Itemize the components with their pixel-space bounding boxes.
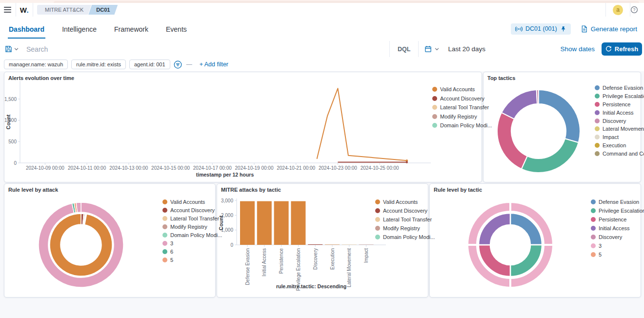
y-tick-label: 0 [230, 242, 233, 248]
panel-title: Rule level by tactic [434, 187, 482, 193]
legend-item-1[interactable]: Privilege Escalation [591, 206, 644, 215]
search-input[interactable]: Search [22, 45, 389, 53]
help-icon[interactable]: ? [630, 6, 638, 14]
donut-segment-discovery[interactable] [537, 90, 539, 104]
donut-segment-initial-access[interactable] [502, 90, 537, 119]
breadcrumb-dc01[interactable]: DC01 [88, 5, 118, 15]
legend-item-0[interactable]: Defense Evasion [595, 84, 644, 92]
x-tick-label: 2024-10-17 00:00 [193, 165, 232, 171]
legend-item-6[interactable]: Impact [595, 133, 644, 141]
legend-item-4[interactable]: Discovery [591, 233, 644, 241]
add-filter-link[interactable]: + Add filter [200, 61, 228, 68]
legend-item-0[interactable]: Valid Accounts [375, 198, 435, 206]
panel-title: Alerts evolution over time [8, 75, 74, 81]
bar-1[interactable] [240, 201, 255, 245]
date-range-label[interactable]: Last 20 days [445, 45, 553, 53]
legend-dot [162, 258, 167, 262]
donut-segment-valid-accounts[interactable] [50, 214, 112, 276]
legend-item-3[interactable]: Initial Access [595, 108, 644, 117]
legend-label: Valid Accounts [383, 199, 418, 205]
line-series[interactable] [317, 88, 407, 160]
date-picker-toggle[interactable] [419, 45, 445, 53]
x-tick-label: 2024-10-09 00:00 [26, 165, 64, 171]
legend-item-4[interactable]: Discovery [595, 117, 644, 125]
legend-item-0[interactable]: Valid Accounts [432, 85, 492, 94]
bar-3[interactable] [274, 201, 289, 245]
legend-item-6[interactable]: 6 [162, 247, 222, 256]
legend-item-4[interactable]: Domain Policy Modi... [432, 121, 492, 130]
breadcrumb-mitre-attack[interactable]: MITRE ATT&CK [37, 5, 91, 15]
legend-dot [162, 216, 167, 221]
donut-segment-3[interactable] [76, 202, 81, 212]
legend-item-1[interactable]: Account Discovery [375, 206, 435, 215]
legend-item-7[interactable]: Execution [595, 141, 644, 150]
tab-dashboard[interactable]: Dashboard [8, 19, 45, 39]
wazuh-logo[interactable]: W. [16, 6, 33, 14]
bar-7[interactable] [342, 244, 357, 245]
x-tick-label: Execution [330, 248, 335, 270]
avatar[interactable]: a [613, 5, 623, 15]
breadcrumb: MITRE ATT&CK DC01 [37, 5, 115, 15]
legend-item-0[interactable]: Defense Evasion [591, 198, 644, 206]
chevron-down-icon [435, 48, 439, 51]
legend-dot [591, 199, 596, 204]
legend-item-4[interactable]: Domain Policy Modi... [162, 231, 222, 239]
donut-segment-persistence[interactable] [497, 113, 527, 169]
dql-button[interactable]: DQL [390, 46, 418, 53]
legend-label: Privilege Escalation [603, 93, 644, 99]
legend-label: 3 [170, 240, 173, 246]
legend-item-3[interactable]: Modify Registry [375, 224, 435, 233]
legend-item-2[interactable]: Persistence [591, 215, 644, 224]
chart-legend: Valid AccountsAccount DiscoveryLateral T… [162, 198, 222, 264]
bar-4[interactable] [291, 201, 305, 245]
bar-6[interactable] [325, 244, 340, 245]
tab-framework[interactable]: Framework [113, 19, 149, 39]
tab-intelligence[interactable]: Intelligence [61, 19, 98, 39]
legend-label: 5 [599, 252, 602, 258]
menu-icon[interactable] [0, 3, 16, 17]
donut-segment-defense-evasion[interactable] [539, 90, 580, 142]
donut-segment-privilege-escalation[interactable] [522, 139, 579, 173]
filter-options-icon[interactable] [174, 60, 182, 69]
agent-selector-pill[interactable]: DC01 (001) [511, 23, 571, 35]
legend-item-2[interactable]: Lateral Tool Transfer [432, 103, 492, 112]
x-tick-label: 2024-10-15 00:00 [151, 165, 190, 171]
bar-8[interactable] [359, 244, 374, 245]
legend-item-5[interactable]: Lateral Movement [595, 125, 644, 133]
bar-2[interactable] [257, 201, 272, 245]
legend-label: 6 [170, 249, 173, 255]
legend-label: Modify Registry [440, 114, 477, 119]
legend-item-3[interactable]: Initial Access [591, 224, 644, 233]
refresh-button[interactable]: Refresh [602, 42, 642, 56]
legend-item-8[interactable]: Command and Cont... [595, 149, 644, 158]
legend-item-2[interactable]: Lateral Tool Transfer [375, 215, 435, 224]
legend-item-1[interactable]: Account Discovery [162, 206, 222, 214]
pin-icon[interactable] [560, 26, 566, 32]
generate-report-button[interactable]: Generate report [581, 25, 637, 33]
filter-pill-agent-id[interactable]: agent.id: 001 [129, 60, 170, 69]
bar-5[interactable] [308, 244, 322, 245]
legend-item-7[interactable]: 5 [162, 256, 222, 264]
legend-item-5[interactable]: 3 [591, 241, 644, 250]
legend-label: Execution [603, 142, 626, 148]
legend-label: Valid Accounts [170, 199, 205, 205]
chart-legend: Valid AccountsAccount DiscoveryLateral T… [375, 198, 435, 241]
legend-item-2[interactable]: Lateral Tool Transfer [162, 214, 222, 222]
legend-item-0[interactable]: Valid Accounts [162, 198, 222, 206]
legend-item-3[interactable]: Modify Registry [432, 112, 492, 121]
filter-pill-manager-name[interactable]: manager.name: wazuh [4, 60, 68, 69]
saved-query-button[interactable] [0, 45, 22, 53]
legend-item-1[interactable]: Account Discovery [432, 94, 492, 103]
tab-events[interactable]: Events [165, 19, 188, 39]
legend-item-6[interactable]: 5 [591, 250, 644, 259]
show-dates-link[interactable]: Show dates [553, 45, 602, 53]
legend-item-5[interactable]: 3 [162, 239, 222, 247]
legend-item-2[interactable]: Persistence [595, 100, 644, 109]
y-tick-label: 3,000 [221, 198, 233, 203]
filter-pill-rule-mitre-id[interactable]: rule.mitre.id: exists [71, 60, 126, 69]
refresh-icon [605, 46, 612, 52]
legend-item-4[interactable]: Domain Policy Modi... [375, 233, 435, 241]
legend-dot [432, 96, 437, 101]
legend-item-3[interactable]: Modify Registry [162, 222, 222, 231]
legend-item-1[interactable]: Privilege Escalation [595, 92, 644, 100]
